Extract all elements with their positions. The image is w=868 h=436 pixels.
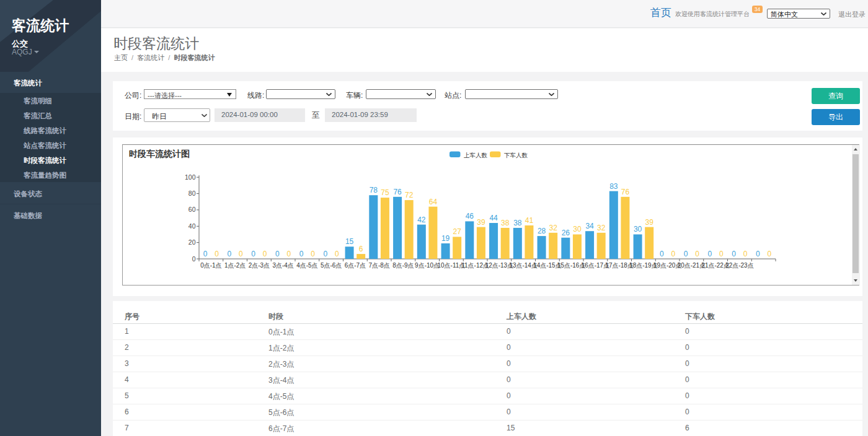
svg-text:0: 0: [287, 250, 291, 258]
svg-text:0: 0: [695, 250, 699, 258]
svg-text:26: 26: [562, 229, 570, 237]
svg-text:5点-6点: 5点-6点: [321, 262, 342, 269]
svg-text:75: 75: [381, 188, 389, 197]
svg-text:0: 0: [239, 250, 243, 258]
svg-text:100: 100: [185, 173, 196, 181]
svg-text:34: 34: [585, 222, 594, 230]
svg-text:0: 0: [215, 250, 219, 258]
svg-text:72: 72: [405, 191, 414, 199]
svg-text:22点-23点: 22点-23点: [725, 262, 754, 269]
svg-text:46: 46: [466, 212, 474, 220]
svg-text:30: 30: [634, 225, 642, 233]
svg-text:28: 28: [538, 227, 546, 235]
svg-text:0: 0: [743, 250, 748, 258]
svg-text:0: 0: [323, 250, 327, 258]
svg-text:0: 0: [311, 250, 315, 258]
svg-text:80: 80: [188, 190, 196, 197]
svg-text:0: 0: [707, 250, 712, 258]
svg-text:0: 0: [203, 250, 208, 258]
svg-text:上车人数: 上车人数: [464, 152, 488, 159]
svg-text:64: 64: [429, 198, 438, 206]
svg-text:0: 0: [684, 250, 688, 258]
svg-text:0: 0: [192, 255, 196, 263]
svg-text:20: 20: [188, 238, 196, 246]
svg-text:6点-7点: 6点-7点: [345, 262, 366, 269]
svg-text:3点-4点: 3点-4点: [272, 262, 293, 269]
svg-text:6: 6: [359, 245, 363, 253]
svg-text:42: 42: [417, 216, 426, 224]
svg-text:32: 32: [597, 224, 606, 232]
svg-text:83: 83: [609, 182, 618, 191]
svg-text:0: 0: [263, 250, 267, 258]
svg-text:32: 32: [549, 224, 557, 232]
svg-text:7点-8点: 7点-8点: [368, 262, 389, 269]
svg-text:41: 41: [525, 216, 534, 225]
svg-text:19: 19: [441, 234, 450, 243]
svg-text:9点-10点: 9点-10点: [415, 262, 440, 269]
svg-text:0: 0: [756, 250, 760, 258]
svg-text:0: 0: [227, 250, 231, 258]
svg-text:38: 38: [513, 219, 522, 227]
svg-text:15: 15: [345, 237, 354, 246]
svg-text:0: 0: [719, 250, 724, 258]
svg-text:0: 0: [768, 250, 772, 258]
svg-text:0: 0: [251, 250, 255, 258]
svg-text:0: 0: [671, 250, 676, 258]
svg-text:44: 44: [489, 214, 498, 222]
svg-text:0: 0: [660, 250, 664, 258]
svg-text:78: 78: [370, 186, 378, 194]
svg-text:0: 0: [732, 250, 736, 258]
svg-text:27: 27: [453, 227, 461, 236]
svg-text:0: 0: [335, 250, 339, 258]
svg-text:76: 76: [393, 188, 402, 196]
svg-text:39: 39: [645, 218, 653, 227]
svg-text:40: 40: [188, 222, 196, 230]
svg-text:0: 0: [299, 250, 304, 258]
svg-text:60: 60: [188, 206, 196, 213]
svg-text:4点-5点: 4点-5点: [296, 262, 317, 269]
svg-text:38: 38: [501, 219, 510, 227]
svg-text:76: 76: [621, 188, 630, 196]
svg-text:2点-3点: 2点-3点: [249, 262, 270, 269]
svg-text:8点-9点: 8点-9点: [392, 262, 414, 269]
svg-text:0点-1点: 0点-1点: [200, 262, 221, 269]
svg-text:30: 30: [573, 225, 582, 233]
svg-text:1点-2点: 1点-2点: [224, 262, 246, 269]
svg-text:下车人数: 下车人数: [504, 152, 528, 159]
svg-text:0: 0: [275, 250, 280, 258]
svg-text:39: 39: [477, 218, 485, 227]
